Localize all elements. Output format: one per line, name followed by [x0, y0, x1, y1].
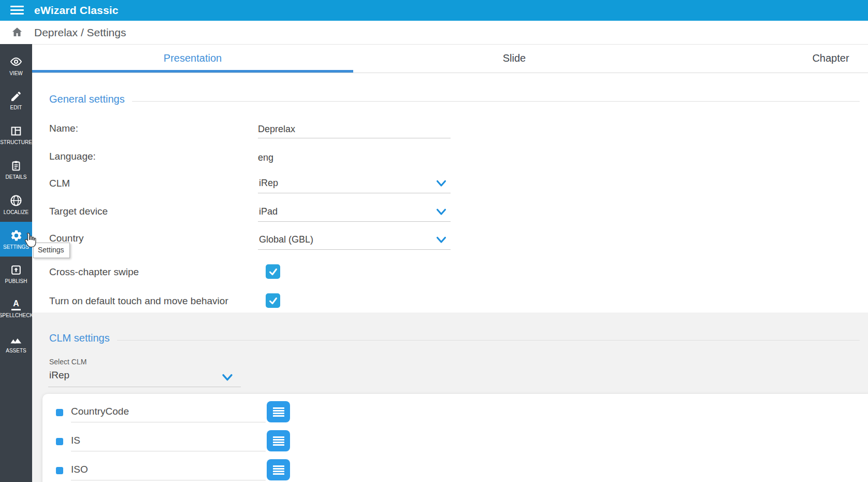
sidebar-item-label: LOCALIZE [4, 209, 28, 215]
bullet-square-icon [56, 467, 63, 474]
gear-icon [10, 229, 23, 242]
sidebar-item-view[interactable]: VIEW [0, 48, 32, 83]
sidebar-item-label: DETAILS [6, 174, 27, 180]
clm-select-value: iRep [259, 178, 278, 189]
sidebar-item-details[interactable]: DETAILS [0, 152, 32, 187]
heading-rule [117, 340, 860, 341]
sidebar-item-label: PUBLISH [5, 278, 27, 284]
eye-icon [9, 55, 23, 68]
checkmark-icon [268, 296, 278, 306]
sidebar: VIEW EDIT STRUCTURE DETAILS LOCA [0, 44, 32, 482]
top-bar: eWizard Classic [0, 0, 868, 21]
target-device-select[interactable]: iPad [258, 204, 451, 222]
menu-lines-icon [273, 435, 284, 447]
sidebar-item-publish[interactable]: PUBLISH [0, 257, 32, 291]
structure-icon [10, 125, 22, 137]
breadcrumb-row: Deprelax / Settings [0, 21, 868, 45]
sidebar-item-assets[interactable]: ASSETS [0, 326, 32, 361]
bullet-square-icon [56, 438, 63, 445]
tab-bar: Presentation Slide Chapter [32, 44, 868, 73]
cross-chapter-swipe-checkbox[interactable] [266, 264, 280, 279]
clm-item-row: CountryCode [56, 401, 868, 430]
clm-item-name-input[interactable]: CountryCode [71, 406, 266, 422]
mountains-icon [9, 333, 23, 346]
tab-slide[interactable]: Slide [353, 44, 675, 73]
menu-lines-icon [273, 406, 284, 418]
sidebar-item-label: ASSETS [6, 348, 26, 353]
clm-settings-section: CLM settings Select CLM iRep CountryCode… [32, 313, 868, 482]
select-clm-label: Select CLM [49, 358, 86, 366]
publish-icon [10, 264, 22, 276]
menu-lines-icon [273, 464, 284, 476]
name-input[interactable]: Deprelax [258, 124, 451, 138]
section-title: General settings [49, 93, 125, 105]
country-select-value: Global (GBL) [259, 234, 313, 245]
name-label: Name: [49, 123, 78, 134]
touch-behavior-checkbox[interactable] [266, 293, 280, 308]
sidebar-item-edit[interactable]: EDIT [0, 83, 32, 118]
settings-tooltip: Settings [33, 243, 70, 258]
country-select[interactable]: Global (GBL) [258, 232, 451, 250]
clm-item-menu-button[interactable] [267, 401, 290, 422]
globe-icon [9, 194, 23, 207]
cursor-pointer-icon [23, 232, 37, 249]
clm-item-row: ISO [56, 459, 868, 482]
select-clm-dropdown[interactable]: Select CLM iRep [48, 358, 241, 387]
app-title: eWizard Classic [34, 0, 119, 21]
sidebar-item-label: STRUCTURE [0, 139, 32, 145]
clipboard-icon [10, 160, 22, 172]
clm-settings-heading-row: CLM settings [49, 330, 860, 346]
tab-chapter[interactable]: Chapter [675, 44, 868, 73]
home-icon[interactable] [11, 26, 23, 38]
target-device-label: Target device [49, 206, 108, 217]
chevron-down-icon [436, 208, 446, 216]
select-clm-value: iRep [49, 370, 69, 381]
target-device-select-value: iPad [259, 206, 278, 217]
general-settings-heading-row: General settings [49, 91, 860, 107]
chevron-down-icon [436, 236, 446, 244]
cross-chapter-swipe-label: Cross-chapter swipe [49, 266, 139, 278]
sidebar-item-label: SPELLCHECK [0, 313, 33, 318]
clm-item-name-input[interactable]: ISO [71, 464, 266, 480]
clm-item-row: IS [56, 430, 868, 459]
bullet-square-icon [56, 409, 63, 416]
clm-item-menu-button[interactable] [267, 459, 290, 480]
pencil-icon [10, 90, 22, 103]
language-label: Language: [49, 151, 96, 162]
clm-label: CLM [49, 178, 70, 189]
section-title: CLM settings [49, 332, 110, 344]
sidebar-item-structure[interactable]: STRUCTURE [0, 118, 32, 152]
clm-items-card: CountryCode IS ISO [42, 394, 868, 482]
chevron-down-icon [436, 180, 446, 188]
sidebar-item-spellcheck[interactable]: A SPELLCHECK [0, 291, 32, 326]
spellcheck-icon: A [11, 300, 21, 310]
clm-select[interactable]: iRep [258, 175, 451, 193]
clm-item-menu-button[interactable] [267, 430, 290, 451]
touch-behavior-label: Turn on default touch and move behavior [49, 295, 228, 307]
hamburger-menu-icon[interactable] [10, 6, 24, 15]
language-value: eng [258, 152, 451, 163]
sidebar-item-label: EDIT [10, 105, 22, 110]
tab-presentation[interactable]: Presentation [32, 44, 353, 73]
heading-rule [132, 101, 860, 102]
breadcrumb: Deprelax / Settings [34, 21, 126, 44]
chevron-down-icon [222, 374, 233, 382]
clm-item-name-input[interactable]: IS [71, 435, 266, 451]
sidebar-item-localize[interactable]: LOCALIZE [0, 187, 32, 222]
active-tab-indicator [32, 70, 353, 73]
sidebar-item-label: VIEW [9, 70, 23, 76]
checkmark-icon [268, 267, 278, 277]
